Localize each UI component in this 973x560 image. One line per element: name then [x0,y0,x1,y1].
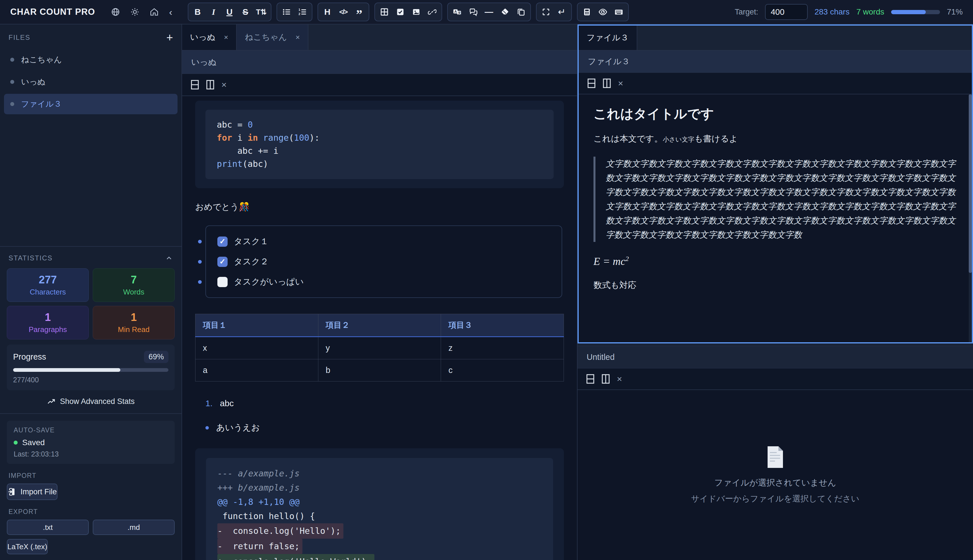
calculator-icon [583,8,591,16]
export-md-button[interactable]: .md [93,520,175,535]
files-label: FILES [8,33,30,42]
svg-text:1: 1 [298,8,300,12]
split-horizontal-button[interactable] [587,78,596,88]
progress-card: Progress 69% 277/400 [7,345,175,390]
split-horizontal-button[interactable] [586,374,595,384]
target-input[interactable] [765,4,808,20]
close-pane-button[interactable]: × [617,374,622,383]
italic-button[interactable]: I [206,5,221,19]
close-pane-button[interactable]: × [221,80,227,89]
eraser-button[interactable] [498,5,512,19]
small-text: 小さい文字 [663,136,694,143]
show-advanced-stats-button[interactable]: Show Advanced Stats [47,397,135,406]
tab-close-icon[interactable]: × [224,33,228,41]
svg-text:A: A [454,10,457,13]
editor-pane-controls: × [182,74,577,96]
file-item-nekochan[interactable]: ねこちゃん [4,50,177,70]
globe-icon[interactable] [111,7,120,17]
tab-nekochan[interactable]: ねこちゃん × [237,25,308,50]
split-vertical-button[interactable] [206,80,214,90]
fontsize-button[interactable]: T⇅ [254,5,269,19]
tab-innu[interactable]: いっぬ × [182,25,237,50]
file-item-file3[interactable]: ファイル３ [4,94,177,114]
ordered-list-item: 1. abc [195,398,564,408]
hr-button[interactable]: — [481,5,497,19]
chevron-up-icon [165,254,173,262]
table-row: a b c [196,359,564,382]
progress-label: Progress [13,352,46,362]
checkbox-unchecked[interactable] [217,277,227,287]
numbered-list-button[interactable]: 1 2 [295,5,310,19]
progress-percent-badge: 69% [144,351,169,363]
fullscreen-button[interactable] [538,5,553,19]
calculator-button[interactable] [580,5,594,19]
words-stat: 7 words [856,7,884,17]
empty-panel-title: Untitled [587,352,615,362]
keyboard-button[interactable] [612,5,626,19]
preview-panel-active: ファイル３ ファイル３ × これはタイトルです これは本文です。小さい文字も書け… [578,25,973,343]
home-icon[interactable] [150,7,159,17]
file-item-innu[interactable]: いっぬ [4,72,177,92]
keyboard-icon [614,7,624,17]
checkbox-checked[interactable] [217,237,227,247]
code-button[interactable]: </> [336,5,351,19]
scrollbar-track[interactable] [969,94,972,342]
collapse-sidebar-icon[interactable]: ‹ [169,7,172,17]
toolbar-group-view: ↵ [536,3,572,21]
translate-button[interactable]: A 文 [450,5,465,19]
split-horizontal-button[interactable] [191,80,199,90]
svg-text:文: 文 [458,11,461,15]
file-dot-icon [10,80,14,84]
export-latex-button[interactable]: LaTeX (.tex) [7,539,48,554]
editor-content[interactable]: abc = 0 for i in range(100): abc += i pr… [182,96,577,560]
table-button[interactable] [377,5,392,19]
header-progress-percent: 71% [947,7,963,17]
export-txt-button[interactable]: .txt [7,520,89,535]
link-icon [428,8,436,16]
preview-content[interactable]: これはタイトルです これは本文です。小さい文字も書けるよ 文字数文字数文字数文字… [578,94,972,342]
tab-close-icon[interactable]: × [296,33,300,41]
editor-pane-title: いっぬ [191,57,217,68]
bullet-list-item: あいうえお [195,422,564,433]
close-icon: × [617,374,622,383]
toolbar-group-text: B I U S T⇅ [188,3,271,21]
editor-titlebar: いっぬ [182,51,577,74]
statistics-header[interactable]: STATISTICS [0,247,182,268]
add-file-button[interactable]: + [166,33,173,42]
image-button[interactable] [409,5,424,19]
toolbar-group-blocks: H </> ” [318,3,369,21]
split-vertical-button[interactable] [603,78,611,88]
scrollbar-thumb[interactable] [969,94,972,273]
quote-button[interactable]: ” [352,5,367,19]
toolbar-group-insert [374,3,442,21]
copy-button[interactable] [513,5,528,19]
translate-icon: A 文 [453,7,462,17]
heading-button[interactable]: H [320,5,335,19]
tasklist-button[interactable] [393,5,408,19]
toolbar-group-lists: 1 2 [276,3,313,21]
tab-file3[interactable]: ファイル３ [578,26,637,50]
underline-button[interactable]: U [222,5,237,19]
eraser-icon [501,8,509,16]
preview-blockquote: 文字数文字数文字数文字数文字数文字数文字数文字数文字数文字数文字数文字数文字数文… [593,157,957,242]
panel-divider[interactable] [578,343,973,346]
comments-button[interactable] [466,5,480,19]
import-file-button[interactable]: Import File [7,483,57,500]
autosave-card: AUTO-SAVE Saved Last: 23:03:13 [7,421,175,464]
bullet-list-button[interactable] [279,5,294,19]
checkbox-checked[interactable] [217,257,227,267]
stat-card-words: 7 Words [93,268,175,302]
empty-pane-controls: × [578,368,973,390]
preview-heading: これはタイトルです [593,105,957,123]
strikethrough-button[interactable]: S [238,5,253,19]
preview-button[interactable] [595,5,610,19]
bold-button[interactable]: B [191,5,205,19]
app-header: CHAR COUNT PRO ‹ B I U [0,0,973,25]
split-vertical-button[interactable] [602,374,610,384]
split-vertical-icon [206,80,214,90]
linebreak-button[interactable]: ↵ [555,5,569,19]
split-horizontal-icon [587,78,596,88]
theme-sun-icon[interactable] [130,7,139,17]
close-pane-button[interactable]: × [618,79,624,88]
link-button[interactable] [425,5,440,19]
